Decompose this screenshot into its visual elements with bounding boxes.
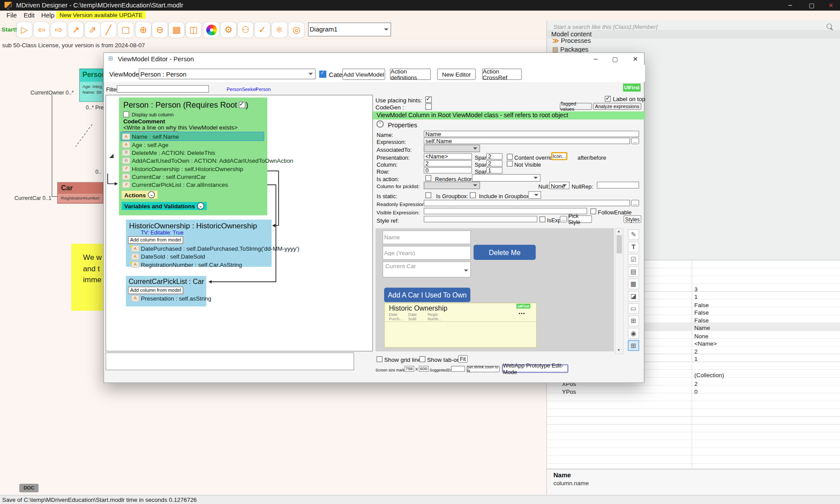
show-tab-order-checkbox[interactable] [420, 356, 425, 362]
set-shrink-zoom-button[interactable]: Set shrink zoom to fit [467, 366, 500, 372]
diagram-nodes-button[interactable]: ⚛ [272, 22, 287, 38]
webapp-prototype-button[interactable]: WebApp Prototype Edit-Mode [502, 364, 568, 373]
tagged-value-editable[interactable]: TV: Editable: True [141, 230, 184, 235]
grid-value[interactable]: False [694, 309, 709, 316]
expression-field[interactable] [424, 138, 630, 144]
sidebar-item-packages[interactable]: ▤ Packages [552, 46, 588, 53]
grid-value[interactable]: <Name> [694, 340, 717, 347]
dialog-title-bar[interactable]: ⊞ ViewModel Editor - Person ─ ▢ ✕ [104, 53, 644, 65]
nullrep-field[interactable] [597, 182, 639, 189]
checkbox-widget-icon[interactable]: ☑ [628, 254, 639, 264]
action-definitions-button[interactable]: Action definitions [390, 69, 430, 80]
code-comment-value[interactable]: <Write a line on why this ViewModel exis… [123, 124, 238, 131]
zoom-in-button[interactable]: ⊕ [136, 22, 151, 38]
preview-age-input[interactable] [382, 246, 471, 260]
grid-value[interactable]: Name [694, 325, 710, 331]
presentation-span-field[interactable] [486, 153, 503, 160]
row-span-field[interactable] [486, 167, 503, 174]
screen-width-field[interactable] [404, 366, 414, 371]
grid-header-date-purchased[interactable]: Date Purch... [389, 313, 403, 322]
refactor-button[interactable]: ◎ [289, 22, 304, 38]
content-override-checkbox[interactable] [507, 154, 512, 159]
readonly-expression-field[interactable] [424, 200, 630, 206]
grid-value[interactable]: 1 [694, 294, 698, 300]
name-field[interactable] [424, 131, 639, 137]
tree-item-currentcar[interactable]: ACurrentCar : self.CurrentCar [122, 172, 206, 180]
tree-item-datesold[interactable]: ADateSold : self.DateSold [131, 252, 205, 260]
preview-scrollbar[interactable]: ▴ ▾ [615, 228, 624, 354]
show-grid-lines-checkbox[interactable] [377, 356, 382, 362]
button-widget-icon[interactable]: ▭ [628, 303, 639, 314]
pick-style-button[interactable]: Pick Style [568, 215, 592, 223]
dialog-minimize-button[interactable]: ─ [587, 53, 604, 65]
style-ref-field[interactable] [424, 216, 538, 222]
viewmodel-editor-button[interactable]: ▦ [169, 22, 185, 38]
actions-expander[interactable]: Actions⌄ [122, 191, 158, 199]
prototype-run-button[interactable]: ◫ [186, 22, 202, 38]
access-groups-button[interactable]: ⚇ [238, 22, 254, 38]
is-groupbox-checkbox[interactable] [470, 192, 476, 198]
styles-button[interactable]: Styles [623, 215, 641, 223]
tree-item-datepurchased[interactable]: ADatePurchased : self.DatePurchased.ToSt… [131, 244, 299, 252]
add-viewmodel-button[interactable]: Add ViewModel [342, 69, 385, 80]
fit-button[interactable]: Fit [458, 355, 468, 363]
column-field[interactable] [424, 160, 472, 167]
tree-item-presentation[interactable]: APresentation : self.asString [131, 294, 211, 302]
start-label[interactable]: Start! [2, 26, 17, 33]
expression-ellipsis-button[interactable]: ... [631, 138, 639, 144]
style-ellipsis-button[interactable]: ... [560, 216, 567, 222]
dependency-tool-button[interactable]: ╱ [101, 22, 116, 38]
sticky-note[interactable]: We w and t imme [71, 244, 103, 311]
back-button[interactable]: ⇦ [34, 22, 49, 38]
grid-value[interactable]: False [694, 317, 709, 324]
new-editor-button[interactable]: New Editor [437, 69, 476, 80]
is-static-checkbox[interactable] [425, 192, 431, 198]
grid-value[interactable]: False [694, 301, 709, 308]
edit-widget-icon[interactable]: ✎ [628, 229, 639, 240]
tree-item-historicownership[interactable]: ↗HistoricOwnership : self.HistoricOwners… [122, 164, 243, 172]
zoom-out-button[interactable]: ⊖ [152, 22, 168, 38]
column-for-picklist-select[interactable] [424, 182, 480, 189]
grid-header-registration-number[interactable]: Regis Numb... [427, 313, 441, 322]
close-button[interactable]: ✕ [822, 0, 840, 10]
grid-value[interactable]: None [694, 332, 708, 339]
column-span-field[interactable] [486, 160, 503, 167]
display-sub-column-checkbox[interactable] [123, 112, 129, 117]
requires-root-checkbox[interactable] [239, 102, 245, 108]
grid-value-ypos[interactable]: 0 [694, 388, 698, 395]
doc-button[interactable]: DOC [19, 484, 38, 493]
screen-height-field[interactable] [419, 366, 429, 371]
include-in-groupbox-select[interactable] [528, 191, 541, 199]
sidebar-item-processes[interactable]: ≫ Processes [552, 37, 591, 44]
grid-header-date-sold[interactable]: Date Sold [408, 313, 416, 322]
filter-input[interactable] [117, 85, 209, 93]
run-button[interactable]: ▷ [17, 22, 32, 38]
scroll-down-icon[interactable]: ▾ [618, 348, 620, 353]
root-viewmodel-panel[interactable]: Person : Person (Requires Root) Display … [119, 98, 267, 215]
renders-action-select[interactable] [472, 174, 541, 182]
viewmodel-widget-icon[interactable]: ⊞ [628, 340, 639, 351]
add-column-from-model-button[interactable]: Add column from model [128, 287, 183, 294]
codegen-checkbox[interactable] [425, 103, 432, 110]
dialog-maximize-button[interactable]: ▢ [606, 53, 623, 65]
menu-help[interactable]: Help [41, 12, 54, 19]
grid-value[interactable]: 3 [694, 286, 698, 293]
visible-expression-field[interactable] [424, 208, 587, 214]
diagram-select[interactable]: Diagram1 [308, 22, 391, 36]
uifirst-button[interactable]: UIFirst [623, 84, 640, 91]
preview-name-input[interactable] [382, 231, 471, 245]
search-icon[interactable] [826, 24, 832, 29]
is-action-checkbox[interactable] [425, 175, 431, 181]
grid-name-ypos[interactable]: YPos [562, 388, 576, 395]
menu-edit[interactable]: Edit [24, 12, 35, 19]
text-widget-icon[interactable]: T [628, 242, 639, 252]
image-widget-icon[interactable]: ◪ [628, 291, 639, 301]
preview-add-car-button[interactable]: Add A Car I Used To Own [384, 288, 470, 302]
grid-widget-icon[interactable]: ⊞ [628, 315, 639, 326]
globe-widget-icon[interactable]: ◉ [628, 328, 639, 338]
scroll-up-icon[interactable]: ▴ [618, 229, 620, 234]
historicownership-panel[interactable]: HistoricOwnership : HistoricOwnership TV… [126, 220, 272, 267]
grid-value-xpos[interactable]: 2 [694, 380, 698, 387]
maximize-button[interactable]: ▢ [802, 0, 821, 10]
properties-collapse-icon[interactable]: ⌃ [377, 121, 384, 128]
